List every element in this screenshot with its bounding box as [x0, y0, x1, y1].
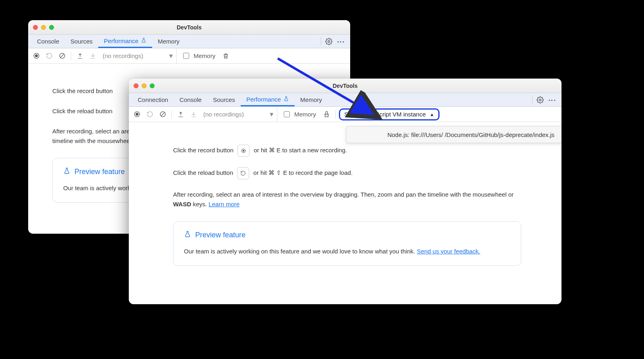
- flask-icon: [184, 230, 191, 240]
- record-button[interactable]: [31, 50, 42, 62]
- close-window-icon[interactable]: [33, 25, 38, 30]
- perf-toolbar: (no recordings) ▼ Memory: [28, 48, 350, 64]
- flask-icon: [141, 37, 147, 44]
- zoom-window-icon[interactable]: [49, 25, 54, 30]
- preview-body-text: Our team is actively working on this fea…: [184, 248, 417, 255]
- upload-button[interactable]: [175, 109, 186, 120]
- perf-panel-body: Click the record button or hit ⌘ E to st…: [129, 122, 561, 304]
- svg-point-9: [243, 150, 245, 151]
- minimize-window-icon[interactable]: [41, 25, 46, 30]
- tab-sources[interactable]: Sources: [207, 93, 241, 106]
- minimize-window-icon[interactable]: [142, 83, 147, 88]
- recordings-placeholder: (no recordings): [103, 52, 143, 59]
- traffic-lights: [134, 83, 155, 88]
- flask-icon: [63, 167, 70, 176]
- feedback-link[interactable]: Send us your feedback.: [417, 248, 481, 255]
- svg-point-0: [328, 40, 330, 42]
- clear-button[interactable]: [157, 109, 168, 120]
- hint-text: or hit ⌘ E to start a new recording.: [254, 147, 347, 154]
- chevron-up-icon: ▲: [430, 112, 434, 117]
- traffic-lights: [33, 25, 54, 30]
- hint-record: Click the record button or hit ⌘ E to st…: [173, 145, 521, 157]
- wasd-keys: WASD: [173, 201, 191, 208]
- record-button[interactable]: [131, 109, 142, 120]
- svg-point-2: [35, 55, 37, 57]
- settings-button[interactable]: [323, 35, 335, 48]
- tab-label: Performance: [104, 37, 138, 44]
- memory-checkbox-label: Memory: [194, 52, 215, 59]
- collect-garbage-button[interactable]: [321, 109, 332, 120]
- vm-instance-option[interactable]: Node.js: file:///Users/ /Documents/GitHu…: [346, 126, 561, 143]
- clear-button[interactable]: [56, 50, 68, 62]
- hint-text: After recording, select an area of inter…: [173, 191, 514, 198]
- memory-checkbox-input[interactable]: [183, 53, 189, 59]
- more-menu-icon[interactable]: ⋮: [546, 94, 559, 106]
- hint-text: Click the record button: [173, 147, 235, 154]
- memory-checkbox[interactable]: Memory: [178, 52, 219, 60]
- upload-button[interactable]: [74, 50, 86, 62]
- flask-icon: [283, 96, 289, 103]
- more-menu-icon[interactable]: ⋮: [334, 35, 348, 48]
- select-vm-label: Select JavaScript VM instance: [344, 111, 426, 118]
- delete-button[interactable]: [220, 50, 231, 62]
- titlebar: DevTools: [28, 20, 350, 35]
- preview-body: Our team is actively working on this fea…: [184, 246, 510, 257]
- reload-button[interactable]: [144, 109, 155, 120]
- window-title: DevTools: [28, 24, 350, 31]
- zoom-window-icon[interactable]: [150, 83, 155, 88]
- chevron-down-icon: ▼: [268, 111, 275, 118]
- tab-label: Performance: [246, 96, 281, 103]
- window-title: DevTools: [129, 83, 561, 89]
- recordings-dropdown[interactable]: (no recordings) ▼: [201, 107, 277, 122]
- chevron-down-icon: ▼: [168, 52, 174, 59]
- tab-performance[interactable]: Performance: [98, 35, 152, 48]
- settings-button[interactable]: [534, 93, 546, 106]
- tab-console[interactable]: Console: [31, 35, 65, 48]
- tab-sources[interactable]: Sources: [65, 35, 98, 48]
- memory-checkbox[interactable]: Memory: [279, 110, 319, 118]
- learn-more-link[interactable]: Learn more: [208, 201, 239, 208]
- record-icon-inline: [237, 145, 250, 157]
- titlebar: DevTools: [129, 79, 561, 93]
- svg-point-6: [136, 113, 138, 116]
- preview-feature-card: Preview feature Our team is actively wor…: [173, 221, 521, 266]
- memory-checkbox-input[interactable]: [284, 111, 290, 117]
- hint-text: keys.: [191, 201, 208, 208]
- close-window-icon[interactable]: [134, 83, 138, 88]
- reload-icon-inline: [237, 167, 249, 179]
- devtools-window-front: DevTools Connection Console Sources Perf…: [129, 79, 561, 304]
- hint-after: After recording, select an area of inter…: [173, 190, 521, 209]
- preview-feature-heading: Preview feature: [184, 230, 510, 240]
- download-button[interactable]: [87, 50, 99, 62]
- svg-point-4: [539, 99, 541, 101]
- vm-option-text: Node.js: file:///Users/ /Documents/GitHu…: [387, 131, 554, 138]
- memory-checkbox-label: Memory: [294, 111, 316, 118]
- download-button[interactable]: [188, 109, 199, 120]
- tab-connection[interactable]: Connection: [132, 93, 174, 106]
- reload-button[interactable]: [43, 50, 55, 62]
- recordings-dropdown[interactable]: (no recordings) ▼: [100, 48, 177, 63]
- tab-bar: Console Sources Performance Memory ⋮: [28, 35, 350, 48]
- hint-text: Click the reload button: [173, 169, 235, 176]
- hint-reload: Click the reload button or hit ⌘ ⇧ E to …: [173, 167, 521, 179]
- recordings-placeholder: (no recordings): [203, 111, 244, 118]
- hint-text: or hit ⌘ ⇧ E to record the page load.: [254, 169, 353, 176]
- tab-memory[interactable]: Memory: [295, 93, 328, 106]
- select-vm-dropdown[interactable]: Select JavaScript VM instance ▲: [339, 108, 439, 120]
- preview-title: Preview feature: [195, 231, 246, 239]
- preview-title: Preview feature: [74, 168, 125, 176]
- tab-memory[interactable]: Memory: [152, 35, 185, 48]
- tab-bar: Connection Console Sources Performance M…: [129, 93, 561, 107]
- tab-console[interactable]: Console: [174, 93, 207, 106]
- tab-performance[interactable]: Performance: [241, 93, 295, 106]
- perf-toolbar: (no recordings) ▼ Memory Select JavaScri…: [129, 107, 561, 122]
